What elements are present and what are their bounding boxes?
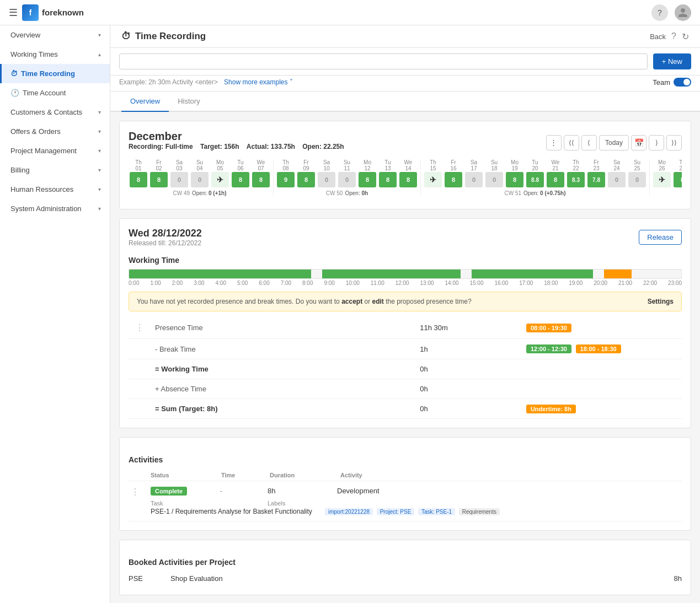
release-button[interactable]: Release <box>639 230 682 245</box>
nav-prev-button[interactable]: ⟨ <box>581 135 597 150</box>
cal-day-03[interactable]: Sa030 <box>169 159 189 188</box>
nav-first-button[interactable]: ⟨⟨ <box>564 135 579 150</box>
hamburger-icon[interactable]: ☰ <box>9 7 18 19</box>
search-input[interactable] <box>119 53 648 69</box>
refresh-button[interactable]: ↻ <box>682 31 689 42</box>
activity-duration-value: 8h <box>268 487 275 495</box>
page-title: ⏱ Time Recording <box>121 31 206 42</box>
accept-link[interactable]: accept <box>341 298 362 305</box>
sidebar-item-billing[interactable]: Billing ▾ <box>0 160 110 180</box>
team-label: Team <box>653 78 670 87</box>
time-table: ⋮ Presence Time 11h 30m 08:00 - 19:30 - … <box>129 317 682 419</box>
show-more-examples-link[interactable]: Show more examples ˅ <box>224 78 293 86</box>
labels-value-cell: import:20221228 Project: PSE Task: PSE-1… <box>325 507 682 515</box>
new-button[interactable]: + New <box>653 53 691 69</box>
status-badge: Complete <box>151 487 187 496</box>
cal-day-01[interactable]: Th018 <box>129 159 148 188</box>
sidebar-item-project-management[interactable]: Project Management ▾ <box>0 141 110 160</box>
undertime-badge: Undertime: 8h <box>526 405 576 413</box>
calendar-scroll: Th018 Fr028 Sa030 Su040 Mo05✈ Tu068 We07… <box>129 159 682 200</box>
cal-day-24[interactable]: Sa240 <box>607 159 627 188</box>
cal-day-16[interactable]: Fr168 <box>443 159 463 188</box>
cal-day-11[interactable]: Su110 <box>337 159 357 188</box>
cal-day-14[interactable]: We148 <box>398 159 418 188</box>
sidebar-item-customers-contacts[interactable]: Customers & Contacts ▾ <box>0 103 110 122</box>
cal-day-09[interactable]: Fr098 <box>296 159 316 188</box>
tab-history[interactable]: History <box>169 91 209 112</box>
cal-day-10[interactable]: Sa100 <box>317 159 336 188</box>
activity-name-cell: Development <box>337 487 682 495</box>
page-title-icon: ⏱ <box>121 31 131 42</box>
cal-day-23[interactable]: Fr237.8 <box>586 159 606 188</box>
nav-calendar-button[interactable]: 📅 <box>631 135 646 150</box>
activity-status-cell: Complete <box>151 487 211 496</box>
timeline-hours: 0:001:002:003:004:00 5:006:007:008:009:0… <box>129 280 682 286</box>
nav-last-button[interactable]: ⟩⟩ <box>666 135 682 150</box>
page-title-text: Time Recording <box>135 31 206 42</box>
sidebar-item-time-recording[interactable]: ⏱ Time Recording <box>0 64 110 83</box>
break-badge-2: 18:00 - 18:30 <box>576 344 621 353</box>
help-icon[interactable]: ? <box>651 4 668 21</box>
recording-label: Recording: <box>129 143 165 150</box>
sidebar-item-label: Time Account <box>23 89 66 97</box>
help-page-icon[interactable]: ? <box>671 31 676 41</box>
cal-day-25[interactable]: Su250 <box>627 159 647 188</box>
activity-duration-cell: 8h <box>268 487 328 495</box>
time-row-break: - Break Time 1h 12:00 - 12:30 18:00 - 18… <box>129 339 682 359</box>
cal-day-02[interactable]: Fr028 <box>149 159 169 188</box>
back-button[interactable]: Back <box>650 33 666 41</box>
time-row-working: = Working Time 0h <box>129 359 682 379</box>
activity-details: Complete - 8h Development <box>151 487 682 515</box>
time-row-absence: + Absence Time 0h <box>129 379 682 399</box>
cal-day-27[interactable]: Tu278 <box>672 159 682 192</box>
sidebar-item-system-administration[interactable]: System Administration ▾ <box>0 199 110 218</box>
cal-day-08[interactable]: Th089 <box>276 159 296 188</box>
edit-link[interactable]: edit <box>372 298 384 305</box>
cal-day-22[interactable]: Th228.3 <box>566 159 586 188</box>
working-time-label: = Working Time <box>151 359 415 379</box>
cal-day-13[interactable]: Tu138 <box>378 159 398 188</box>
booked-duration: 8h <box>674 574 682 583</box>
content-area: ⏱ Time Recording Back ? ↻ + New Example:… <box>110 25 700 603</box>
activity-row-1: ⋮ Complete - 8h Developm <box>129 481 682 521</box>
options-button[interactable]: ⋮ <box>546 135 562 150</box>
day-detail-header: Wed 28/12/2022 Released till: 26/12/2022… <box>129 228 682 247</box>
activity-options-icon[interactable]: ⋮ <box>129 485 142 499</box>
week-days-row: Th15✈ Fr168 Sa170 Su180 Mo198 Tu208.8 We… <box>423 159 647 188</box>
cal-day-06[interactable]: Tu068 <box>231 159 250 188</box>
nav-today-button[interactable]: Today <box>599 135 629 150</box>
sidebar-item-label: System Administration <box>10 204 82 213</box>
month-header: December Recording: Full-time Target: 15… <box>129 130 682 155</box>
cal-day-05[interactable]: Mo05✈ <box>210 159 230 188</box>
month-title-group: December Recording: Full-time Target: 15… <box>129 130 344 155</box>
cal-day-26[interactable]: Mo26✈ <box>652 159 672 192</box>
sidebar-item-working-times[interactable]: Working Times ▴ <box>0 45 110 64</box>
cal-day-04[interactable]: Su040 <box>190 159 210 188</box>
sidebar-item-label: Working Times <box>10 50 58 58</box>
day-detail: Wed 28/12/2022 Released till: 26/12/2022… <box>119 218 691 428</box>
sidebar-item-overview[interactable]: Overview ▾ <box>0 25 110 45</box>
cal-day-17[interactable]: Sa170 <box>464 159 484 188</box>
team-toggle-switch[interactable] <box>674 78 691 87</box>
cal-day-15[interactable]: Th15✈ <box>423 159 443 188</box>
settings-link[interactable]: Settings <box>648 298 674 305</box>
sidebar-item-time-account[interactable]: 🕐 Time Account <box>0 83 110 103</box>
nav-next-button[interactable]: ⟩ <box>649 135 664 150</box>
row-options-icon[interactable]: ⋮ <box>133 321 146 335</box>
cal-day-19[interactable]: Mo198 <box>505 159 525 188</box>
cal-day-07[interactable]: We078 <box>251 159 271 188</box>
cal-day-20[interactable]: Tu208.8 <box>525 159 545 188</box>
labels-header-cell: Labels <box>268 499 328 507</box>
cal-day-21[interactable]: We218 <box>546 159 565 188</box>
chevron-down-icon: ▾ <box>98 186 101 192</box>
presence-time-badges: 08:00 - 19:30 <box>522 317 682 339</box>
avatar[interactable] <box>675 4 691 21</box>
sidebar-item-human-ressources[interactable]: Human Ressources ▾ <box>0 180 110 199</box>
search-hint-row: Example: 2h 30m Activity <enter> Show mo… <box>110 76 700 91</box>
cal-day-12[interactable]: Mo128 <box>357 159 377 188</box>
chevron-up-icon: ▴ <box>98 51 101 57</box>
tab-overview[interactable]: Overview <box>121 91 169 112</box>
cal-day-18[interactable]: Su180 <box>484 159 504 188</box>
sidebar-item-offers-orders[interactable]: Offers & Orders ▾ <box>0 122 110 141</box>
col-header-time: Time <box>221 472 265 478</box>
